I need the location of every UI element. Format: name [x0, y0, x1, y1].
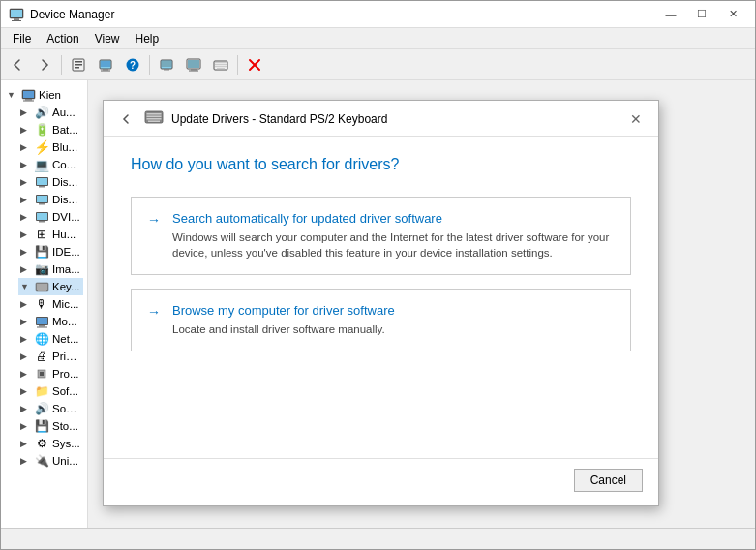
toolbar-properties[interactable]	[66, 53, 91, 76]
menu-view[interactable]: View	[87, 30, 128, 47]
tree-item-battery[interactable]: ▶ 🔋 Bat...	[18, 121, 83, 138]
tree-root-label: Kien	[39, 89, 61, 101]
tree-item-imaging[interactable]: ▶ 📷 Ima...	[18, 260, 83, 278]
dialog-close-button[interactable]: ✕	[625, 108, 647, 130]
content-area: ▼ Kien ▶ 🔊	[1, 80, 755, 528]
item-label: Key...	[52, 281, 80, 292]
svg-rect-3	[12, 20, 21, 21]
item-label: Mo...	[52, 316, 77, 327]
toolbar-device-view[interactable]	[154, 53, 179, 76]
svg-rect-55	[147, 118, 162, 120]
tree-item-sys[interactable]: ▶ ⚙ Sys...	[18, 435, 83, 452]
expand-icon: ▶	[20, 334, 34, 344]
svg-rect-37	[39, 203, 45, 205]
toolbar-back[interactable]	[5, 53, 30, 76]
disk-icon	[34, 174, 49, 190]
menu-action[interactable]: Action	[39, 30, 86, 47]
item-label: DVI...	[52, 211, 80, 223]
svg-rect-29	[23, 91, 34, 98]
window-title: Device Manager	[30, 8, 114, 21]
toolbar-help[interactable]: ?	[120, 53, 145, 76]
toolbar-sep-2	[149, 55, 150, 75]
tree-item-soft[interactable]: ▶ 📁 Sof...	[18, 382, 83, 400]
dialog-back-button[interactable]	[115, 108, 136, 130]
svg-rect-36	[37, 196, 47, 202]
sound-icon: 🔊	[34, 401, 49, 416]
svg-rect-19	[191, 69, 197, 71]
tree-item-dvd[interactable]: ▶ DVI...	[18, 208, 83, 226]
tree-item-audio[interactable]: ▶ 🔊 Au...	[18, 104, 83, 121]
tree-item-disk2[interactable]: ▶ Dis...	[18, 191, 83, 208]
item-label: Dis...	[52, 194, 77, 205]
toolbar-keyboard[interactable]	[208, 53, 233, 76]
tree-item-hub[interactable]: ▶ ⊞ Hu...	[18, 226, 83, 243]
tree-item-ide[interactable]: ▶ 💾 IDE...	[18, 243, 83, 260]
maximize-button[interactable]: ☐	[687, 5, 716, 24]
svg-rect-54	[147, 115, 162, 117]
soft-icon: 📁	[34, 383, 49, 399]
tree-item-root[interactable]: ▼ Kien	[5, 86, 83, 104]
menu-file[interactable]: File	[5, 30, 39, 47]
svg-rect-30	[25, 99, 32, 101]
dialog-body: How do you want to search for drivers? →…	[104, 137, 658, 458]
option2-arrow: →	[147, 304, 161, 320]
tree-root: ▼ Kien ▶ 🔊	[1, 84, 87, 472]
option1-title[interactable]: Search automatically for updated driver …	[172, 211, 615, 226]
menu-bar: File Action View Help	[1, 28, 755, 49]
expand-icon: ▶	[20, 351, 34, 361]
option2-title[interactable]: Browse my computer for driver software	[172, 303, 395, 318]
toolbar-remove[interactable]	[242, 53, 267, 76]
item-label: Net...	[52, 333, 78, 345]
tree-item-mic[interactable]: ▶ 🎙 Mic...	[18, 295, 83, 313]
tree-item-computer[interactable]: ▶ 💻 Co...	[18, 156, 83, 173]
browse-computer-option[interactable]: → Browse my computer for driver software…	[131, 289, 631, 351]
dialog-footer: Cancel	[104, 458, 658, 505]
tree-item-uni[interactable]: ▶ 🔌 Uni...	[18, 452, 83, 470]
tree-item-storage[interactable]: ▶ 💾 Sto...	[18, 417, 83, 435]
expand-icon: ▶	[20, 160, 34, 169]
svg-rect-39	[37, 213, 47, 220]
tree-item-sound[interactable]: ▶ 🔊 Sou...	[18, 400, 83, 417]
audio-icon: 🔊	[34, 105, 49, 120]
search-automatically-option[interactable]: → Search automatically for updated drive…	[131, 197, 631, 275]
svg-rect-18	[188, 60, 199, 68]
svg-rect-49	[37, 326, 47, 327]
dvd-icon	[34, 209, 49, 225]
expand-icon: ▶	[20, 177, 34, 187]
tree-item-bluetooth[interactable]: ▶ ⚡ Blu...	[18, 138, 83, 156]
cancel-button[interactable]: Cancel	[574, 469, 643, 492]
close-button[interactable]: ✕	[718, 5, 747, 24]
mic-icon: 🎙	[34, 296, 49, 312]
option1-content: Search automatically for updated driver …	[172, 211, 615, 260]
tree-item-net[interactable]: ▶ 🌐 Net...	[18, 330, 83, 348]
app-icon	[9, 7, 24, 22]
svg-rect-47	[37, 318, 47, 324]
battery-icon: 🔋	[34, 122, 49, 138]
expand-icon: ▼	[20, 282, 34, 291]
expand-icon: ▼	[7, 90, 20, 100]
svg-rect-23	[215, 64, 227, 65]
svg-rect-20	[189, 70, 198, 71]
toolbar-forward[interactable]	[32, 53, 57, 76]
item-label: Pro...	[52, 368, 78, 380]
svg-rect-2	[14, 18, 19, 20]
toolbar-monitor[interactable]	[181, 53, 206, 76]
item-label: Uni...	[52, 455, 78, 467]
update-drivers-dialog: Update Drivers - Standard PS/2 Keyboard …	[103, 100, 659, 506]
print-icon: 🖨	[34, 349, 49, 364]
expand-icon: ▶	[20, 456, 34, 466]
svg-rect-25	[217, 68, 225, 69]
minimize-button[interactable]: —	[656, 5, 685, 24]
svg-rect-5	[75, 61, 82, 63]
menu-help[interactable]: Help	[128, 30, 167, 47]
svg-rect-22	[215, 62, 227, 63]
expand-icon: ▶	[20, 195, 34, 204]
svg-rect-42	[37, 284, 47, 285]
toolbar-update-driver[interactable]	[93, 53, 118, 76]
tree-item-disk1[interactable]: ▶ Dis...	[18, 173, 83, 191]
tree-item-proc[interactable]: ▶ Pro...	[18, 365, 83, 382]
tree-item-print[interactable]: ▶ 🖨 Prin...	[18, 348, 83, 365]
tree-item-monitor[interactable]: ▶ Mo...	[18, 313, 83, 330]
tree-item-keyboard[interactable]: ▼ Key...	[18, 278, 83, 295]
svg-rect-34	[39, 186, 45, 188]
